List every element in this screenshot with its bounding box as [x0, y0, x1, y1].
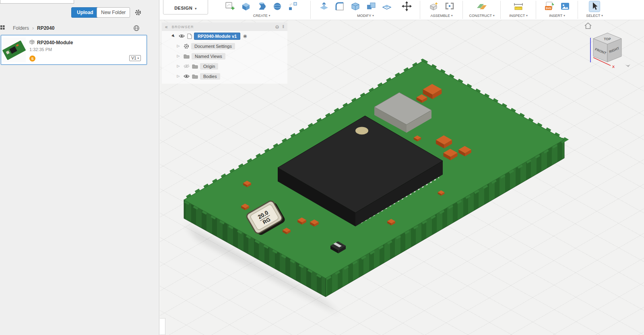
version-dropdown[interactable]: V1 [129, 55, 141, 61]
minimize-panel-icon[interactable]: ⊖ [275, 25, 279, 29]
visibility-eye-icon[interactable] [184, 74, 190, 78]
toolbar-separator [420, 1, 420, 19]
item-timestamp: 1:32:35 PM [29, 47, 52, 52]
toolbar-group-select: SELECT [580, 0, 609, 20]
viewcube-cube[interactable]: TOP FRONT RIGHT [593, 33, 621, 62]
shell-icon[interactable] [350, 1, 361, 12]
construct-menu[interactable]: CONSTRUCT [469, 14, 494, 18]
browser-row-root[interactable]: ▶ RP2040-Module v1 ◉ [162, 31, 287, 41]
collapsed-arrow-icon[interactable]: ▷ [175, 64, 181, 68]
collapse-panel-icon[interactable]: « [165, 25, 168, 29]
offset-face-icon[interactable] [382, 1, 392, 12]
viewcube-top-label: TOP [604, 37, 611, 41]
move-icon[interactable] [401, 1, 412, 12]
browser-item-label[interactable]: Bodies [200, 73, 220, 80]
toolbar-group-assemble: ASSEMBLE [422, 0, 461, 20]
settings-gear-icon [184, 43, 189, 49]
browser-row-named-views[interactable]: ▷ Named Views [162, 51, 287, 61]
pin1-marker-dot [355, 127, 368, 135]
toolbar-separator [536, 1, 536, 19]
measure-icon[interactable] [513, 1, 524, 12]
toolbar-separator [310, 1, 311, 19]
browser-row-document-settings[interactable]: ▷ Document Settings [162, 41, 287, 51]
navbar-edge-stub [160, 318, 165, 335]
web-globe-icon[interactable] [133, 25, 140, 33]
browser-item-label[interactable]: Origin [200, 63, 218, 70]
toolbar-separator [500, 1, 501, 19]
select-cursor-icon[interactable] [589, 1, 600, 12]
viewcube-home-icon[interactable] [585, 23, 591, 29]
assemble-menu[interactable]: ASSEMBLE [430, 14, 452, 18]
activate-component-icon[interactable]: ◉ [243, 34, 247, 38]
search-input[interactable] [0, 0, 74, 4]
modeling-viewport[interactable]: 20.0 RG [160, 20, 644, 335]
collapsed-arrow-icon[interactable]: ▷ [175, 44, 181, 48]
browser-header: « BROWSER ⊖ ‖ [162, 23, 287, 31]
collapsed-arrow-icon[interactable]: ▷ [175, 74, 181, 78]
insert-menu[interactable]: INSERT [549, 14, 565, 18]
main-area: DESIGN [160, 0, 644, 335]
toolbar-group-construct: CONSTRUCT [465, 0, 499, 20]
folder-icon [184, 54, 190, 59]
new-folder-button[interactable]: New Folder [97, 7, 130, 18]
item-thumbnail [2, 37, 26, 62]
upload-button[interactable]: Upload [71, 7, 99, 18]
select-menu[interactable]: SELECT [586, 14, 603, 18]
browser-row-origin[interactable]: ▷ Origin [162, 61, 287, 71]
panel-handle-icon[interactable]: ‖ [282, 25, 284, 29]
modify-menu[interactable]: MODIFY [357, 14, 374, 18]
extrude-icon[interactable] [241, 1, 251, 12]
joint-icon[interactable] [444, 1, 455, 12]
combine-icon[interactable] [366, 1, 376, 12]
fillet-icon[interactable] [334, 1, 345, 12]
fusion-app-window: Upload New Folder Folders › RP2040 [0, 0, 644, 335]
toolbar-group-modify: MODIFY [314, 0, 417, 20]
toolbar: DESIGN [160, 0, 644, 20]
toolbar-group-insert: SVG INSERT [538, 0, 576, 20]
item-title: RP2040-Module [37, 40, 73, 45]
breadcrumb: Folders › RP2040 [0, 25, 159, 32]
sphere-icon[interactable] [272, 1, 283, 12]
breadcrumb-folders[interactable]: Folders [13, 25, 29, 31]
browser-row-bodies[interactable]: ▷ Bodies [162, 71, 287, 81]
create-sketch-icon[interactable] [225, 1, 235, 12]
svg-badge-text: SVG [545, 6, 551, 9]
orbit-widget-icon[interactable] [623, 63, 630, 67]
panel-settings-gear-icon[interactable] [134, 9, 142, 18]
breadcrumb-separator: › [32, 25, 34, 31]
insert-svg-icon[interactable]: SVG [544, 1, 555, 12]
status-badge: S [29, 55, 35, 62]
press-pull-icon[interactable] [319, 1, 329, 12]
document-icon [187, 33, 192, 39]
browser-item-label[interactable]: Named Views [192, 53, 225, 60]
root-component-label[interactable]: RP2040-Module v1 [194, 33, 240, 40]
pattern-icon[interactable] [288, 1, 298, 12]
folder-icon [192, 64, 198, 69]
browser-panel: « BROWSER ⊖ ‖ ▶ RP2040-Module v1 ◉ ▷ Doc… [162, 23, 287, 84]
toolbar-separator [578, 1, 578, 19]
toolbar-group-inspect: INSPECT [503, 0, 534, 20]
visibility-off-eye-icon[interactable] [184, 64, 190, 68]
browser-title: BROWSER [172, 25, 275, 29]
browser-item-label[interactable]: Document Settings [191, 43, 235, 49]
breadcrumb-project[interactable]: RP2040 [37, 25, 54, 31]
collapsed-arrow-icon[interactable]: ▷ [175, 54, 181, 58]
new-component-icon[interactable] [429, 1, 439, 12]
data-panel: Upload New Folder Folders › RP2040 [0, 0, 159, 335]
toolbar-group-create: CREATE [215, 0, 308, 20]
revolve-icon[interactable] [256, 1, 267, 12]
visibility-eye-icon[interactable] [179, 34, 185, 38]
component-cube-icon [29, 39, 35, 46]
x-axis-label: X [612, 65, 615, 69]
toolbar-separator [462, 1, 463, 19]
insert-image-icon[interactable] [560, 1, 570, 12]
design-item-card[interactable]: RP2040-Module 1:32:35 PM S V1 [1, 35, 147, 65]
viewcube[interactable]: TOP FRONT RIGHT X [583, 22, 634, 75]
construction-plane-icon[interactable] [476, 1, 487, 12]
inspect-menu[interactable]: INSPECT [509, 14, 528, 18]
expand-arrow-icon[interactable]: ▶ [170, 33, 177, 39]
create-menu[interactable]: CREATE [253, 14, 270, 18]
folder-icon [192, 74, 198, 79]
workspace-selector[interactable]: DESIGN [163, 0, 208, 14]
grid-view-icon[interactable] [0, 25, 5, 31]
